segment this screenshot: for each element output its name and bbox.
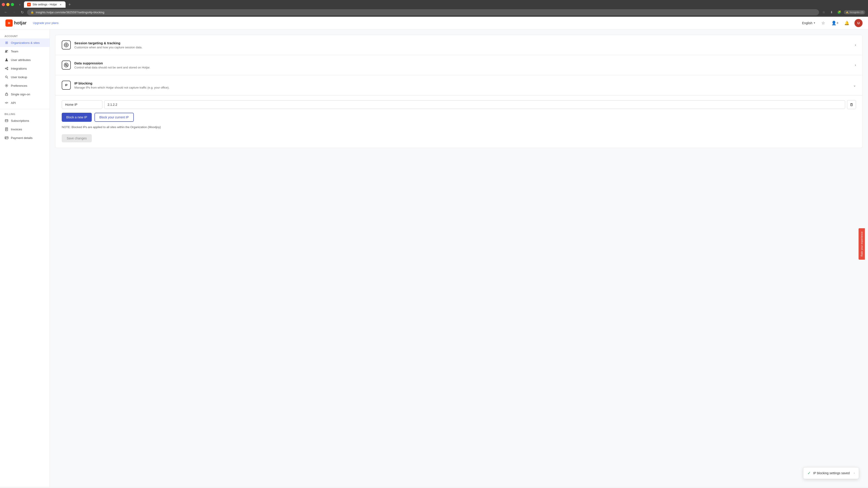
ip-blocking-expanded: Block a new IP Block your current IP NOT… (55, 95, 862, 148)
payment-details-icon (4, 136, 8, 140)
data-suppression-title: Data suppression (74, 61, 150, 65)
session-targeting-icon (62, 40, 71, 50)
toast-message: IP blocking settings saved (813, 471, 850, 475)
block-current-ip-button[interactable]: Block your current IP (94, 113, 134, 122)
data-suppression-description: Control what data should not be sent and… (74, 66, 150, 69)
block-new-ip-button[interactable]: Block a new IP (62, 113, 92, 122)
toast-chevron-icon[interactable]: › (854, 471, 855, 475)
person-add-nav-button[interactable]: 👤+ (831, 19, 839, 27)
delete-ip-button[interactable] (847, 100, 856, 109)
sidebar-item-label-invoices: Invoices (11, 128, 22, 131)
svg-line-7 (6, 69, 7, 69)
ip-blocking-chevron-icon: ⌄ (853, 83, 856, 88)
sidebar-item-label-integrations: Integrations (11, 67, 27, 70)
top-nav-actions: English ▼ ☆ 👤+ 🔔 U (802, 19, 863, 27)
svg-rect-19 (5, 137, 8, 139)
svg-line-6 (6, 68, 7, 68)
address-bar[interactable]: 🔒 insights.hotjar.com/site/3825597/setti… (27, 9, 819, 15)
ip-value-input[interactable] (104, 100, 845, 109)
tab-back-button[interactable]: ‹ (17, 1, 23, 8)
data-suppression-left: Data suppression Control what data shoul… (62, 61, 150, 70)
toast-notification: ✓ IP blocking settings saved › (803, 467, 859, 479)
svg-point-27 (66, 44, 67, 46)
sidebar-item-user-attributes[interactable]: User attributes (0, 56, 50, 64)
sidebar-item-team[interactable]: Team (0, 47, 50, 56)
sidebar-item-integrations[interactable]: Integrations (0, 64, 50, 73)
sidebar-item-organizations-sites[interactable]: ⊞ Organizations & sites (0, 38, 50, 47)
sidebar-item-label-user-attributes: User attributes (11, 58, 31, 62)
bookmark-button[interactable]: ☆ (821, 9, 827, 15)
integrations-icon (4, 66, 8, 70)
sidebar-item-preferences[interactable]: Preferences (0, 81, 50, 90)
new-tab-button[interactable]: + (66, 1, 73, 8)
logo-icon: H (5, 20, 13, 27)
svg-point-8 (5, 76, 7, 78)
close-window-button[interactable] (2, 3, 5, 6)
session-targeting-left: Session targeting & tracking Customize w… (62, 40, 143, 50)
rate-experience-tab[interactable]: Rate your experience (859, 228, 865, 260)
ip-name-input[interactable] (62, 100, 102, 109)
alert-nav-button[interactable]: 🔔 (843, 19, 851, 27)
session-targeting-section[interactable]: Session targeting & tracking Customize w… (55, 35, 862, 55)
sidebar-item-label-subscriptions: Subscriptions (11, 119, 29, 123)
extensions-button[interactable]: 🧩 (836, 9, 842, 15)
sidebar-item-label-user-lookup: User lookup (11, 75, 27, 79)
account-section-label: Account (0, 33, 50, 38)
invoices-icon (4, 127, 8, 131)
sidebar-item-label-api: API (11, 101, 16, 105)
sidebar-item-label-single-sign-on: Single sign-on (11, 93, 30, 96)
toolbar-actions: ☆ ⬇ 🧩 🕵 Incognito (2) (821, 9, 865, 15)
svg-line-12 (6, 102, 7, 104)
sidebar-item-payment-details[interactable]: Payment details (0, 133, 50, 142)
incognito-count: Incognito (2) (850, 11, 864, 13)
back-button[interactable]: ← (3, 9, 9, 15)
session-targeting-description: Customize when and how you capture sessi… (74, 46, 143, 49)
sidebar-item-user-lookup[interactable]: User lookup (0, 73, 50, 81)
sidebar-item-subscriptions[interactable]: Subscriptions (0, 116, 50, 125)
browser-tab-active[interactable]: H Site settings - Hotjar ✕ (24, 1, 66, 8)
data-suppression-section[interactable]: Data suppression Control what data shoul… (55, 55, 862, 75)
sidebar-item-api[interactable]: API (0, 98, 50, 107)
logo-text: hotjar (14, 20, 27, 26)
data-suppression-icon (62, 61, 71, 70)
lock-icon: 🔒 (31, 11, 34, 14)
ip-blocking-title: IP blocking (74, 81, 169, 85)
sidebar-item-invoices[interactable]: Invoices (0, 125, 50, 133)
team-icon (4, 49, 8, 53)
session-targeting-arrow-icon: › (855, 43, 856, 47)
svg-point-5 (7, 69, 8, 70)
svg-point-4 (7, 67, 8, 68)
sidebar-item-single-sign-on[interactable]: Single sign-on (0, 90, 50, 98)
tab-favicon: H (27, 3, 31, 6)
svg-point-1 (7, 50, 8, 51)
sidebar-item-label-team: Team (11, 50, 18, 53)
lang-chevron-icon: ▼ (813, 22, 815, 24)
ip-blocking-section-header[interactable]: IP IP blocking Manage IPs from which Hot… (55, 75, 862, 95)
browser-tab-bar: ‹ H Site settings - Hotjar ✕ + (0, 0, 868, 8)
session-targeting-title: Session targeting & tracking (74, 41, 143, 45)
ip-actions: Block a new IP Block your current IP (62, 113, 856, 122)
save-changes-button[interactable]: Save changes (62, 134, 92, 142)
browser-chrome: ‹ H Site settings - Hotjar ✕ + ← → ↻ 🔒 i… (0, 0, 868, 17)
user-avatar-button[interactable]: U (855, 19, 863, 27)
toast-check-icon: ✓ (807, 470, 811, 476)
incognito-icon: 🕵 (846, 11, 849, 14)
trash-icon (850, 103, 853, 106)
svg-rect-31 (850, 104, 852, 106)
upgrade-link[interactable]: Upgrade your plans (33, 21, 59, 25)
language-selector[interactable]: English ▼ (802, 21, 815, 25)
lang-label: English (802, 21, 812, 25)
reload-button[interactable]: ↻ (19, 9, 25, 15)
ip-blocking-info: IP blocking Manage IPs from which Hotjar… (74, 81, 169, 89)
ip-blocking-icon: IP (62, 80, 71, 90)
tab-close-button[interactable]: ✕ (59, 3, 62, 6)
minimize-window-button[interactable] (6, 3, 9, 6)
billing-section-label: Billing (0, 111, 50, 116)
maximize-window-button[interactable] (11, 3, 14, 6)
settings-card: Session targeting & tracking Customize w… (55, 35, 863, 148)
user-lookup-icon (4, 75, 8, 79)
forward-button[interactable]: → (11, 9, 17, 15)
download-button[interactable]: ⬇ (829, 9, 835, 15)
sidebar: Account ⊞ Organizations & sites Team Use… (0, 29, 50, 487)
star-nav-button[interactable]: ☆ (819, 19, 827, 27)
